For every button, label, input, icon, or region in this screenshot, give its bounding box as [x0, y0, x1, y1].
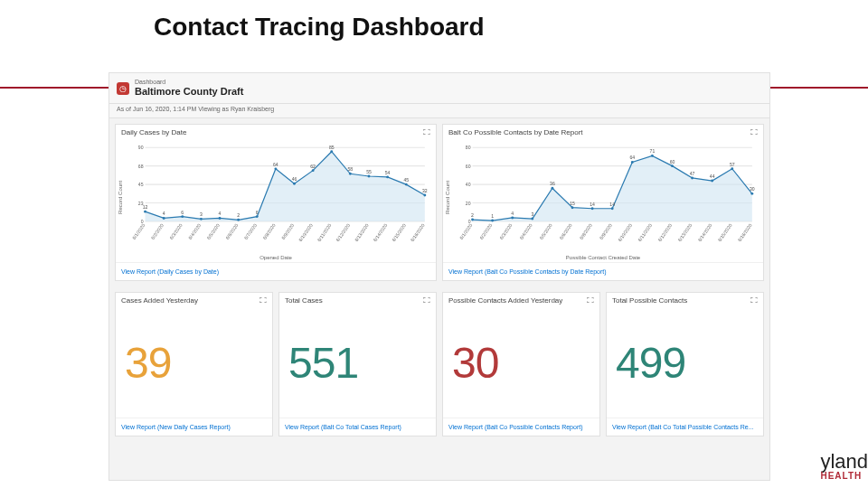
- svg-text:60: 60: [466, 164, 471, 169]
- svg-text:6/14/2020: 6/14/2020: [697, 222, 713, 242]
- svg-text:44: 44: [710, 174, 715, 179]
- svg-text:71: 71: [650, 148, 656, 154]
- svg-text:6/10/2020: 6/10/2020: [297, 222, 314, 242]
- page-title: Contact Tracing Dashboard: [154, 13, 485, 42]
- svg-text:60: 60: [670, 159, 675, 164]
- svg-text:40: 40: [466, 182, 471, 187]
- svg-text:6/5/2020: 6/5/2020: [206, 222, 221, 240]
- svg-point-10: [144, 211, 146, 213]
- svg-text:45: 45: [403, 177, 409, 183]
- expand-icon[interactable]: ⛶: [750, 128, 758, 136]
- brand-line2: HEALTH: [820, 472, 868, 481]
- kpi-title: Total Possible Contacts: [612, 296, 687, 305]
- x-axis-label: Opened Date: [116, 255, 436, 262]
- svg-text:6/7/2020: 6/7/2020: [243, 222, 258, 240]
- svg-text:6/6/2020: 6/6/2020: [559, 222, 573, 240]
- panel-possible-contacts: Balt Co Possible Contacts by Date Report…: [442, 124, 764, 281]
- view-report-link[interactable]: View Report (Balt Co Possible Contacts R…: [443, 418, 599, 436]
- svg-text:64: 64: [273, 162, 278, 167]
- svg-text:6/2/2020: 6/2/2020: [478, 222, 493, 240]
- svg-text:2: 2: [237, 212, 240, 218]
- expand-icon[interactable]: ⛶: [587, 296, 594, 305]
- svg-point-86: [651, 155, 654, 157]
- svg-point-70: [491, 220, 494, 222]
- svg-text:6/11/2020: 6/11/2020: [637, 222, 653, 242]
- view-report-link[interactable]: View Report (Balt Co Possible Contacts b…: [443, 262, 763, 280]
- svg-text:15: 15: [570, 201, 575, 206]
- svg-text:6/16/2020: 6/16/2020: [410, 222, 426, 242]
- svg-text:4: 4: [163, 211, 165, 216]
- app-logo-icon: ◷: [117, 82, 129, 95]
- svg-point-84: [631, 161, 634, 164]
- svg-point-36: [386, 175, 389, 178]
- svg-text:6/5/2020: 6/5/2020: [538, 222, 552, 240]
- svg-point-30: [330, 150, 333, 153]
- svg-text:6: 6: [181, 210, 184, 215]
- expand-icon[interactable]: ⛶: [259, 296, 267, 305]
- view-report-link[interactable]: View Report (Daily Cases by Date): [116, 262, 436, 280]
- svg-text:64: 64: [629, 155, 635, 160]
- chart-panels-row: Daily Cases by Date ⛶ Record Count 02345…: [109, 118, 769, 292]
- kpi-title: Cases Added Yesterday: [121, 296, 198, 305]
- svg-text:3: 3: [200, 211, 203, 217]
- svg-point-78: [571, 206, 574, 209]
- svg-text:6/10/2020: 6/10/2020: [617, 222, 633, 242]
- svg-text:6/3/2020: 6/3/2020: [168, 222, 183, 240]
- svg-point-12: [163, 217, 165, 220]
- svg-text:6/4/2020: 6/4/2020: [518, 222, 533, 240]
- svg-point-14: [181, 215, 184, 218]
- svg-text:57: 57: [730, 162, 735, 167]
- svg-text:6/3/2020: 6/3/2020: [498, 222, 513, 240]
- svg-point-26: [293, 183, 296, 185]
- svg-point-38: [405, 183, 408, 186]
- svg-point-92: [711, 180, 713, 183]
- svg-text:12: 12: [143, 204, 148, 210]
- svg-text:6/14/2020: 6/14/2020: [372, 222, 388, 242]
- svg-text:6/9/2020: 6/9/2020: [599, 222, 613, 240]
- svg-text:62: 62: [310, 164, 316, 169]
- y-axis-label: Record Count: [443, 142, 452, 253]
- panel-title: Daily Cases by Date: [121, 128, 186, 136]
- svg-point-28: [312, 169, 315, 172]
- svg-text:14: 14: [609, 202, 615, 207]
- expand-icon[interactable]: ⛶: [423, 128, 430, 136]
- svg-point-40: [423, 194, 426, 197]
- kpi-panel: Possible Contacts Added Yesterday⛶30View…: [442, 292, 600, 436]
- svg-text:80: 80: [466, 145, 471, 150]
- svg-point-24: [274, 167, 277, 170]
- svg-text:6/8/2020: 6/8/2020: [579, 222, 593, 240]
- svg-text:6/13/2020: 6/13/2020: [676, 222, 693, 242]
- kpi-row: Cases Added Yesterday⛶39View Report (New…: [109, 292, 769, 442]
- svg-text:6/12/2020: 6/12/2020: [335, 222, 351, 242]
- svg-text:14: 14: [590, 202, 595, 207]
- svg-point-74: [531, 218, 533, 221]
- svg-point-20: [237, 219, 240, 221]
- svg-text:6/4/2020: 6/4/2020: [187, 222, 202, 240]
- svg-text:2: 2: [471, 212, 474, 218]
- svg-text:6/2/2020: 6/2/2020: [150, 222, 165, 240]
- expand-icon[interactable]: ⛶: [423, 296, 430, 305]
- x-axis-label: Possible Contact Created Date: [443, 255, 763, 262]
- svg-text:3: 3: [531, 211, 533, 217]
- svg-text:4: 4: [219, 211, 222, 216]
- view-report-link[interactable]: View Report (Balt Co Total Cases Report): [279, 418, 436, 436]
- kpi-title: Total Cases: [285, 296, 323, 305]
- svg-text:46: 46: [292, 176, 297, 182]
- view-report-link[interactable]: View Report (Balt Co Total Possible Cont…: [607, 418, 763, 436]
- line-chart-daily-cases: 023456890124634266446628558555445326/1/2…: [125, 142, 430, 253]
- kpi-panel: Total Cases⛶551View Report (Balt Co Tota…: [278, 292, 437, 436]
- svg-text:85: 85: [329, 145, 335, 150]
- svg-text:6/9/2020: 6/9/2020: [280, 222, 295, 240]
- svg-point-88: [671, 164, 674, 167]
- svg-text:6/11/2020: 6/11/2020: [316, 222, 333, 242]
- svg-point-16: [200, 218, 203, 221]
- svg-point-18: [219, 217, 222, 220]
- svg-text:4: 4: [511, 211, 514, 216]
- svg-text:32: 32: [422, 188, 428, 193]
- expand-icon[interactable]: ⛶: [750, 296, 758, 305]
- y-axis-label: Record Count: [116, 142, 125, 253]
- svg-point-34: [368, 175, 371, 178]
- view-report-link[interactable]: View Report (New Daily Cases Report): [116, 418, 272, 436]
- svg-point-32: [349, 173, 352, 175]
- svg-text:6/16/2020: 6/16/2020: [737, 222, 753, 242]
